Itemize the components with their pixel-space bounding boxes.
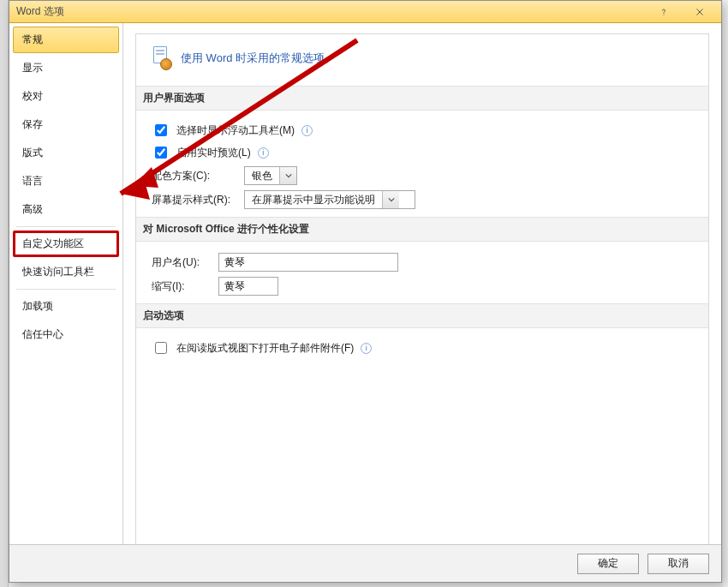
label-screentip-style: 屏幕提示样式(R):	[152, 193, 237, 207]
sidebar-item-label: 信任中心	[22, 328, 63, 340]
sidebar-item-display[interactable]: 显示	[13, 55, 119, 81]
sidebar-item-label: 自定义功能区	[22, 237, 84, 249]
ok-button[interactable]: 确定	[577, 554, 639, 574]
sidebar-item-general[interactable]: 常规	[13, 27, 119, 53]
content-area: 使用 Word 时采用的常规选项。 用户界面选项 选择时显示浮动工具栏(M) i…	[123, 23, 721, 544]
word-options-dialog: Word 选项 常规 显示 校对 保存 版式 语言 高级 自定义功能区 快速访问…	[9, 0, 722, 583]
label-mini-toolbar: 选择时显示浮动工具栏(M)	[176, 123, 295, 138]
row-open-email-reading: 在阅读版式视图下打开电子邮件附件(F) i	[146, 337, 698, 359]
sidebar-item-label: 显示	[22, 62, 43, 74]
sidebar-item-label: 高级	[22, 203, 43, 215]
select-screentip-style[interactable]: 在屏幕提示中显示功能说明	[244, 190, 415, 209]
sidebar-item-label: 加载项	[22, 300, 53, 312]
select-value: 银色	[245, 169, 279, 183]
sidebar-item-label: 版式	[22, 147, 43, 159]
select-color-scheme[interactable]: 银色	[244, 166, 297, 185]
sidebar-item-label: 快速访问工具栏	[22, 266, 94, 278]
info-icon[interactable]: i	[361, 343, 372, 354]
content-panel: 使用 Word 时采用的常规选项。 用户界面选项 选择时显示浮动工具栏(M) i…	[135, 33, 709, 544]
svg-point-0	[663, 14, 664, 15]
sidebar-item-layout[interactable]: 版式	[13, 140, 119, 166]
chevron-down-icon	[279, 167, 296, 184]
checkbox-mini-toolbar[interactable]	[155, 124, 167, 136]
sidebar-item-label: 校对	[22, 90, 43, 102]
sidebar-item-proofing[interactable]: 校对	[13, 83, 119, 110]
sidebar-item-addins[interactable]: 加载项	[13, 293, 119, 320]
row-color-scheme: 配色方案(C): 银色	[146, 164, 698, 188]
section-personalize-title: 对 Microsoft Office 进行个性化设置	[136, 217, 708, 242]
sidebar-item-quick-access[interactable]: 快速访问工具栏	[13, 259, 119, 285]
label-username: 用户名(U):	[152, 255, 212, 270]
sidebar-item-trust-center[interactable]: 信任中心	[13, 321, 119, 348]
close-icon	[695, 7, 705, 17]
row-initials: 缩写(I):	[146, 274, 698, 298]
dialog-body: 常规 显示 校对 保存 版式 语言 高级 自定义功能区 快速访问工具栏 加载项 …	[9, 23, 721, 544]
row-username: 用户名(U):	[146, 250, 698, 274]
cancel-button[interactable]: 取消	[647, 554, 709, 574]
general-options-icon	[148, 46, 172, 70]
help-icon	[659, 7, 669, 17]
help-button[interactable]	[646, 3, 682, 21]
sidebar-item-label: 常规	[22, 33, 43, 45]
ok-label: 确定	[598, 556, 618, 571]
select-value: 在屏幕提示中显示功能说明	[245, 193, 382, 207]
section-startup-title: 启动选项	[136, 303, 708, 328]
info-icon[interactable]: i	[301, 125, 313, 136]
section-ui-title: 用户界面选项	[136, 86, 708, 111]
sidebar-item-advanced[interactable]: 高级	[13, 196, 119, 223]
checkbox-open-email-reading[interactable]	[155, 342, 167, 354]
dialog-footer: 确定 取消	[9, 544, 721, 582]
page-hero: 使用 Word 时采用的常规选项。	[146, 43, 698, 81]
sidebar-item-save[interactable]: 保存	[13, 111, 119, 138]
window-title: Word 选项	[16, 4, 646, 19]
app-backdrop-left	[0, 0, 9, 587]
sidebar-separator	[16, 226, 116, 227]
label-color-scheme: 配色方案(C):	[152, 169, 237, 183]
info-icon[interactable]: i	[258, 147, 269, 159]
label-open-email-reading: 在阅读版式视图下打开电子邮件附件(F)	[176, 341, 354, 356]
label-live-preview: 启用实时预览(L)	[176, 146, 251, 160]
cancel-label: 取消	[668, 556, 689, 571]
row-mini-toolbar: 选择时显示浮动工具栏(M) i	[146, 119, 698, 141]
chevron-down-icon	[382, 191, 399, 208]
row-live-preview: 启用实时预览(L) i	[146, 141, 698, 164]
checkbox-live-preview[interactable]	[155, 147, 167, 159]
input-username[interactable]	[218, 253, 398, 272]
close-button[interactable]	[682, 3, 718, 21]
sidebar-item-label: 语言	[22, 175, 43, 187]
app-backdrop-right	[723, 0, 728, 587]
sidebar-separator	[16, 289, 116, 290]
input-initials[interactable]	[218, 277, 278, 296]
sidebar-item-label: 保存	[22, 118, 43, 130]
row-screentip-style: 屏幕提示样式(R): 在屏幕提示中显示功能说明	[146, 188, 698, 212]
sidebar-item-language[interactable]: 语言	[13, 168, 119, 195]
page-subtitle: 使用 Word 时采用的常规选项。	[181, 51, 336, 66]
label-initials: 缩写(I):	[152, 279, 212, 294]
titlebar: Word 选项	[9, 1, 721, 23]
sidebar: 常规 显示 校对 保存 版式 语言 高级 自定义功能区 快速访问工具栏 加载项 …	[9, 23, 123, 544]
sidebar-item-customize-ribbon[interactable]: 自定义功能区	[13, 231, 119, 257]
